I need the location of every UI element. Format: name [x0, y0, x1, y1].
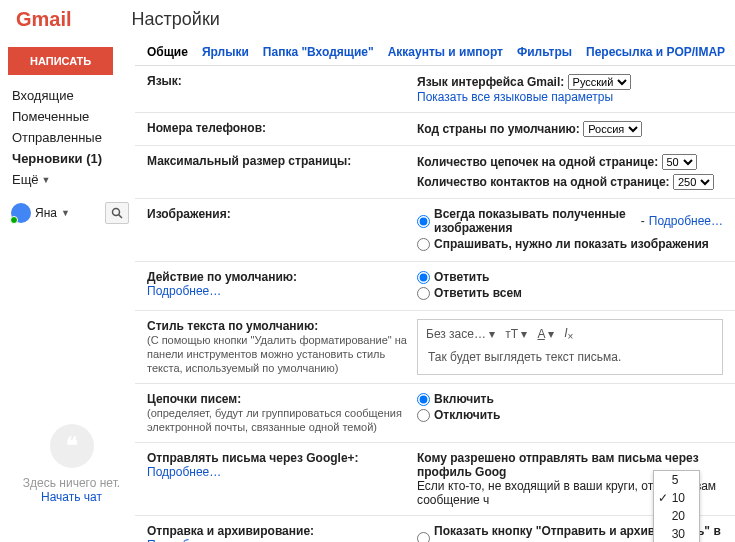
undo-option-30[interactable]: 30 — [654, 525, 699, 542]
country-code-select[interactable]: Россия — [583, 121, 642, 137]
row-language-label: Язык: — [147, 74, 417, 104]
gmail-logo: Gmail — [16, 8, 72, 31]
images-always-radio[interactable] — [417, 215, 430, 228]
conversations-on-radio[interactable] — [417, 393, 430, 406]
tab-forwarding[interactable]: Пересылка и POP/IMAP — [586, 45, 725, 59]
font-size-dropdown[interactable]: тТ ▾ — [505, 327, 527, 341]
row-images-label: Изображения: — [147, 207, 417, 253]
avatar[interactable] — [11, 203, 31, 223]
text-color-dropdown[interactable]: A ▾ — [538, 327, 555, 341]
undo-option-5[interactable]: 5 — [654, 471, 699, 489]
svg-point-0 — [113, 209, 120, 216]
images-more-link[interactable]: Подробнее… — [649, 214, 723, 228]
row-gplus-label: Отправлять письма через Google+: — [147, 451, 359, 465]
nav-drafts[interactable]: Черновики (1) — [8, 148, 135, 169]
remove-formatting-icon[interactable]: I× — [564, 326, 573, 342]
undo-option-20[interactable]: 20 — [654, 507, 699, 525]
conversations-off-radio[interactable] — [417, 409, 430, 422]
tab-accounts[interactable]: Аккаунты и импорт — [388, 45, 503, 59]
page-title: Настройки — [132, 9, 220, 30]
reply-all-radio[interactable] — [417, 287, 430, 300]
start-chat-link[interactable]: Начать чат — [8, 490, 135, 504]
threads-per-page-select[interactable]: 50 — [662, 154, 697, 170]
user-name: Яна — [35, 206, 57, 220]
chevron-down-icon: ▼ — [42, 175, 51, 185]
hangouts-empty-text: Здесь ничего нет. — [8, 476, 135, 490]
hangouts-icon: ❝ — [50, 424, 94, 468]
show-all-languages-link[interactable]: Показать все языковые параметры — [417, 90, 613, 104]
font-family-dropdown[interactable]: Без засе… ▾ — [426, 327, 495, 341]
sendarchive-more-link[interactable]: Подробнее… — [147, 538, 221, 542]
row-sendarchive-label: Отправка и архивирование: — [147, 524, 314, 538]
tab-general[interactable]: Общие — [147, 45, 188, 59]
tab-labels[interactable]: Ярлыки — [202, 45, 249, 59]
chevron-down-icon[interactable]: ▼ — [61, 208, 70, 218]
images-ask-radio[interactable] — [417, 238, 430, 251]
row-text-style-label: Стиль текста по умолчанию: — [147, 319, 318, 333]
search-icon — [111, 207, 123, 219]
undo-option-10[interactable]: 10 — [654, 489, 699, 507]
row-conversations-label: Цепочки писем: — [147, 392, 241, 406]
language-select[interactable]: Русский — [568, 74, 631, 90]
contacts-per-page-select[interactable]: 250 — [673, 174, 714, 190]
reply-radio[interactable] — [417, 271, 430, 284]
row-pagesize-label: Максимальный размер страницы: — [147, 154, 417, 190]
nav-more[interactable]: Ещё ▼ — [8, 169, 135, 190]
gplus-more-link[interactable]: Подробнее… — [147, 465, 221, 479]
nav-sent[interactable]: Отправленные — [8, 127, 135, 148]
undo-period-dropdown[interactable]: 5 10 20 30 — [653, 470, 700, 542]
sendarchive-show-radio[interactable] — [417, 532, 430, 542]
status-dot — [10, 216, 18, 224]
default-action-more-link[interactable]: Подробнее… — [147, 284, 221, 298]
tab-filters[interactable]: Фильтры — [517, 45, 572, 59]
svg-line-1 — [119, 215, 123, 219]
tab-inbox[interactable]: Папка "Входящие" — [263, 45, 374, 59]
compose-button[interactable]: НАПИСАТЬ — [8, 47, 113, 75]
search-button[interactable] — [105, 202, 129, 224]
nav-starred[interactable]: Помеченные — [8, 106, 135, 127]
row-default-action-label: Действие по умолчанию: — [147, 270, 297, 284]
text-style-sample: Так будет выглядеть текст письма. — [422, 344, 718, 370]
nav-inbox[interactable]: Входящие — [8, 85, 135, 106]
row-phones-label: Номера телефонов: — [147, 121, 417, 137]
